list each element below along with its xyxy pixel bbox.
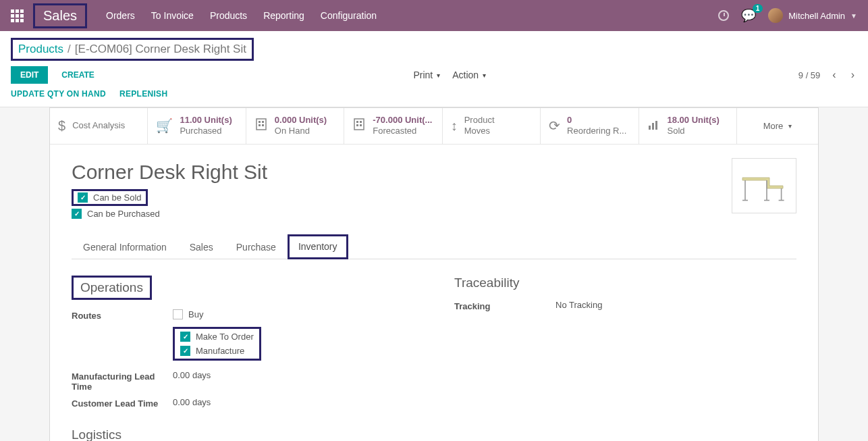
tab-general-information[interactable]: General Information <box>72 234 178 259</box>
dollar-icon: $ <box>58 118 65 134</box>
svg-rect-4 <box>262 124 264 126</box>
manuf-lead-value: 0.00 days <box>173 370 211 392</box>
replenish-button[interactable]: REPLENISH <box>119 89 167 99</box>
can-be-purchased-row: ✓ Can be Purchased <box>72 209 796 219</box>
breadcrumb-products[interactable]: Products <box>18 43 63 56</box>
apps-icon[interactable] <box>11 9 24 22</box>
svg-rect-11 <box>652 123 654 130</box>
stat-forecasted[interactable]: -70.000 Unit(... Forecasted <box>344 108 442 144</box>
pager-next-icon[interactable]: › <box>848 69 857 81</box>
tab-inventory[interactable]: Inventory <box>288 234 348 259</box>
conversations-icon[interactable]: 💬1 <box>741 8 756 23</box>
svg-rect-8 <box>356 124 358 126</box>
cart-icon: 🛒 <box>156 118 173 134</box>
breadcrumb-separator: / <box>67 43 71 56</box>
stat-product-moves[interactable]: ↕ Product Moves <box>443 108 541 144</box>
stat-cost-analysis-label: Cost Analysis <box>72 120 125 131</box>
traceability-title: Traceability <box>454 276 796 290</box>
svg-rect-0 <box>256 119 266 130</box>
menu-products[interactable]: Products <box>210 10 247 21</box>
control-panel: Products / [E-COM06] Corner Desk Right S… <box>0 31 868 107</box>
stat-onhand-value: 0.000 Unit(s) <box>275 115 327 126</box>
menu-orders[interactable]: Orders <box>106 10 135 21</box>
stat-onhand[interactable]: 0.000 Unit(s) On Hand <box>246 108 344 144</box>
stat-more-dropdown[interactable]: More ▾ <box>737 108 818 144</box>
action-dropdown[interactable]: Action▾ <box>452 70 486 80</box>
refresh-icon: ⟳ <box>549 118 560 134</box>
tracking-label: Tracking <box>454 300 555 311</box>
user-menu[interactable]: Mitchell Admin ▼ <box>768 8 857 23</box>
chat-badge: 1 <box>753 4 763 13</box>
stat-more-label: More <box>763 121 784 131</box>
svg-rect-12 <box>655 121 657 130</box>
svg-rect-2 <box>262 121 264 123</box>
stat-purchased-value: 11.00 Unit(s) <box>180 115 232 126</box>
can-be-sold-label: Can be Sold <box>93 192 142 203</box>
operations-title: Operations <box>72 276 152 300</box>
stat-reorder-label: Reordering R... <box>567 126 626 136</box>
svg-rect-10 <box>649 126 651 130</box>
tab-bar: General Information Sales Purchase Inven… <box>72 234 796 259</box>
route-buy-label: Buy <box>188 309 203 319</box>
form-sheet: $ Cost Analysis 🛒 11.00 Unit(s) Purchase… <box>49 107 819 441</box>
svg-rect-3 <box>259 124 261 126</box>
route-mto-checkbox[interactable]: ✓ <box>180 332 190 342</box>
stat-reorder-value: 0 <box>567 115 626 126</box>
stat-forecast-value: -70.000 Unit(... <box>373 115 432 126</box>
create-button[interactable]: CREATE <box>55 66 101 84</box>
traceability-section: Traceability Tracking No Tracking <box>454 276 796 442</box>
cust-lead-value: 0.00 days <box>173 397 211 409</box>
can-be-purchased-label: Can be Purchased <box>87 209 160 219</box>
stat-purchased[interactable]: 🛒 11.00 Unit(s) Purchased <box>148 108 246 144</box>
top-navbar: Sales Orders To Invoice Products Reporti… <box>0 0 868 31</box>
tracking-value: No Tracking <box>555 300 602 311</box>
stat-cost-analysis[interactable]: $ Cost Analysis <box>50 108 148 144</box>
menu-configuration[interactable]: Configuration <box>321 10 377 21</box>
svg-rect-1 <box>259 121 261 123</box>
logistics-title: Logistics <box>72 427 414 442</box>
caret-down-icon: ▾ <box>788 122 792 130</box>
clock-icon[interactable] <box>718 10 729 21</box>
print-dropdown[interactable]: Print▾ <box>413 70 440 80</box>
operations-section: Operations Routes Buy ✓ Make To O <box>72 276 414 442</box>
route-buy-checkbox[interactable] <box>173 309 183 319</box>
exchange-icon: ↕ <box>451 118 458 134</box>
user-name: Mitchell Admin <box>788 11 845 21</box>
svg-rect-6 <box>356 121 358 123</box>
tab-sales[interactable]: Sales <box>178 234 225 259</box>
can-be-purchased-checkbox[interactable]: ✓ <box>72 209 82 219</box>
stat-reordering[interactable]: ⟳ 0 Reordering R... <box>541 108 639 144</box>
edit-button[interactable]: EDIT <box>11 66 48 84</box>
can-be-sold-row: ✓ Can be Sold <box>72 189 148 206</box>
menu-to-invoice[interactable]: To Invoice <box>151 10 194 21</box>
stat-onhand-label: On Hand <box>275 126 327 136</box>
main-menu: Orders To Invoice Products Reporting Con… <box>106 10 377 21</box>
tab-purchase[interactable]: Purchase <box>225 234 288 259</box>
stat-moves-top: Product <box>464 115 495 126</box>
stat-forecast-label: Forecasted <box>373 126 432 136</box>
product-image[interactable] <box>732 158 796 213</box>
caret-down-icon: ▼ <box>850 12 857 20</box>
product-title: Corner Desk Right Sit <box>72 161 796 184</box>
routes-highlighted: ✓ Make To Order ✓ Manufacture <box>173 327 261 361</box>
building-icon <box>254 118 268 134</box>
avatar <box>768 8 783 23</box>
breadcrumb: Products / [E-COM06] Corner Desk Right S… <box>11 38 254 61</box>
building-icon <box>352 118 366 134</box>
menu-reporting[interactable]: Reporting <box>263 10 304 21</box>
chart-icon <box>647 118 661 134</box>
app-brand[interactable]: Sales <box>33 3 87 28</box>
stat-sold-label: Sold <box>668 126 720 136</box>
stat-sold[interactable]: 18.00 Unit(s) Sold <box>639 108 737 144</box>
route-manufacture-checkbox[interactable]: ✓ <box>180 346 190 356</box>
stat-purchased-label: Purchased <box>180 126 232 136</box>
pager-text: 9 / 59 <box>798 70 821 80</box>
cust-lead-label: Customer Lead Time <box>72 397 173 409</box>
routes-label: Routes <box>72 309 173 321</box>
stat-buttons-row: $ Cost Analysis 🛒 11.00 Unit(s) Purchase… <box>50 108 818 145</box>
pager-prev-icon[interactable]: ‹ <box>830 69 838 81</box>
svg-rect-9 <box>360 124 362 126</box>
can-be-sold-checkbox[interactable]: ✓ <box>78 192 88 203</box>
update-qty-button[interactable]: UPDATE QTY ON HAND <box>11 89 106 99</box>
svg-rect-7 <box>360 121 362 123</box>
